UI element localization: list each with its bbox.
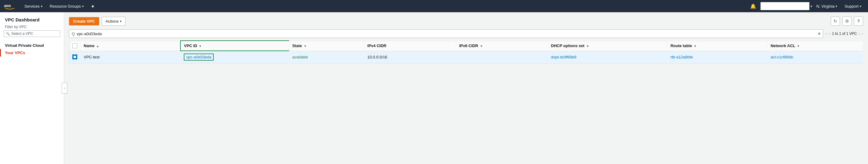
row-ipv6-cidr bbox=[456, 51, 548, 63]
dhcp-sort-icon: ▾ bbox=[587, 44, 588, 48]
dhcp-options-value[interactable]: dopt-dc9f68b9 bbox=[551, 55, 577, 59]
select-vpc-dropdown[interactable]: 🔍 Select a VPC bbox=[4, 30, 60, 37]
your-vpcs-label: Your VPCs bbox=[5, 51, 25, 55]
search-bar: Q × bbox=[69, 29, 823, 38]
ipv4-cidr-value: 10.0.0.0/16 bbox=[367, 55, 387, 59]
row-state: available bbox=[289, 51, 364, 63]
row-name: VPC-test bbox=[81, 51, 181, 63]
state-value: available bbox=[292, 55, 308, 59]
filter-by-vpc-label: Filter by VPC: bbox=[0, 25, 64, 30]
vpc-name-value: VPC-test bbox=[84, 55, 99, 59]
nav-search-input[interactable] bbox=[761, 2, 809, 10]
search-wrapper: Q × bbox=[69, 29, 823, 38]
th-state-label: State bbox=[292, 44, 302, 48]
row-ipv4-cidr: 10.0.0.0/16 bbox=[364, 51, 456, 63]
nav-right-section: 🔔 ▾ N. Virginia ▾ Support ▾ bbox=[747, 2, 864, 10]
settings-button[interactable]: ⚙ bbox=[842, 17, 851, 26]
th-name[interactable]: Name ▴ bbox=[81, 41, 181, 51]
region-caret-icon: ▾ bbox=[836, 5, 837, 8]
table-row[interactable]: VPC-test vpc-a0d33eda available 10.0.0.0… bbox=[69, 51, 863, 63]
help-button[interactable]: ? bbox=[854, 17, 863, 26]
vpc-id-sort-icon: ▾ bbox=[199, 44, 201, 48]
th-ipv4-label: IPv4 CIDR bbox=[367, 44, 386, 48]
row-checkbox[interactable] bbox=[72, 54, 77, 59]
select-vpc-placeholder: Select a VPC bbox=[11, 31, 33, 36]
create-vpc-button[interactable]: Create VPC bbox=[69, 17, 99, 25]
sidebar-section-virtual-private-cloud: Virtual Private Cloud bbox=[0, 41, 64, 49]
th-dhcp-label: DHCP options set bbox=[551, 44, 585, 48]
search-input[interactable] bbox=[76, 31, 816, 36]
ipv6-sort-icon: ▾ bbox=[480, 44, 482, 48]
th-acl-label: Network ACL bbox=[771, 44, 795, 48]
th-name-label: Name bbox=[84, 44, 94, 48]
th-vpc-id-label: VPC ID bbox=[184, 44, 197, 48]
pagination-info: « < 1 to 1 of 1 VPC > » bbox=[826, 31, 863, 36]
table-header-row: Name ▴ VPC ID ▾ State ▾ IPv4 CIDR bbox=[69, 41, 863, 51]
sidebar-collapse-button[interactable]: ‹ bbox=[62, 83, 67, 93]
state-sort-icon: ▾ bbox=[304, 44, 306, 48]
search-magnify-icon: Q bbox=[72, 31, 75, 36]
top-navigation: aws Services ▾ Resource Groups ▾ ★ 🔔 ▾ N… bbox=[0, 0, 868, 12]
star-icon: ★ bbox=[91, 4, 95, 8]
nav-support[interactable]: Support ▾ bbox=[841, 4, 864, 8]
last-page-icon: » bbox=[861, 32, 863, 35]
actions-caret-icon: ▾ bbox=[120, 20, 122, 23]
th-route-table[interactable]: Route table ▾ bbox=[667, 41, 767, 51]
nav-region-label: N. Virginia bbox=[816, 4, 835, 8]
prev-page-icon: < bbox=[829, 32, 831, 35]
nav-resource-groups-label: Resource Groups bbox=[50, 4, 81, 8]
resource-groups-caret-icon: ▾ bbox=[82, 5, 84, 8]
refresh-button[interactable]: ↻ bbox=[831, 17, 840, 26]
gear-icon: ⚙ bbox=[845, 19, 849, 24]
first-page-icon: « bbox=[826, 32, 827, 35]
help-icon: ? bbox=[857, 19, 860, 24]
th-ipv6-label: IPv6 CIDR bbox=[459, 44, 478, 48]
th-ipv6-cidr[interactable]: IPv6 CIDR ▾ bbox=[456, 41, 548, 51]
notification-bell-icon[interactable]: 🔔 bbox=[747, 3, 759, 9]
svg-text:aws: aws bbox=[4, 4, 11, 8]
row-network-acl: acl-c1cf86bb bbox=[767, 51, 863, 63]
sidebar: VPC Dashboard Filter by VPC: 🔍 Select a … bbox=[0, 12, 64, 164]
aws-logo[interactable]: aws bbox=[4, 2, 16, 10]
search-icon: 🔍 bbox=[6, 32, 10, 36]
pagination-label: 1 to 1 of 1 VPC bbox=[832, 31, 857, 36]
vpc-id-value[interactable]: vpc-a0d33eda bbox=[184, 54, 214, 61]
main-content: Create VPC Actions ▾ ↻ ⚙ ? Q bbox=[64, 12, 868, 164]
row-dhcp-options: dopt-dc9f68b9 bbox=[548, 51, 667, 63]
search-clear-button[interactable]: × bbox=[818, 31, 820, 36]
toolbar: Create VPC Actions ▾ ↻ ⚙ ? bbox=[69, 17, 863, 26]
name-sort-icon: ▴ bbox=[97, 44, 98, 48]
th-route-label: Route table bbox=[671, 44, 692, 48]
nav-services[interactable]: Services ▾ bbox=[21, 0, 46, 12]
header-checkbox[interactable] bbox=[72, 44, 77, 48]
th-dhcp-options[interactable]: DHCP options set ▾ bbox=[548, 41, 667, 51]
th-network-acl[interactable]: Network ACL ▾ bbox=[767, 41, 863, 51]
th-ipv4-cidr[interactable]: IPv4 CIDR bbox=[364, 41, 456, 51]
acl-sort-icon: ▾ bbox=[798, 44, 799, 48]
table-body: VPC-test vpc-a0d33eda available 10.0.0.0… bbox=[69, 51, 863, 63]
sidebar-title: VPC Dashboard bbox=[0, 16, 64, 25]
th-vpc-id[interactable]: VPC ID ▾ bbox=[180, 41, 289, 51]
actions-button[interactable]: Actions ▾ bbox=[102, 17, 126, 26]
nav-region[interactable]: N. Virginia ▾ bbox=[813, 4, 840, 8]
nav-support-label: Support bbox=[844, 4, 859, 8]
main-layout: VPC Dashboard Filter by VPC: 🔍 Select a … bbox=[0, 12, 868, 164]
network-acl-value[interactable]: acl-c1cf86bb bbox=[771, 55, 793, 59]
nav-bookmarks[interactable]: ★ bbox=[87, 0, 98, 12]
route-sort-icon: ▾ bbox=[694, 44, 696, 48]
row-route-table: rtb-a12a8fde bbox=[667, 51, 767, 63]
th-checkbox bbox=[69, 41, 81, 51]
table-header: Name ▴ VPC ID ▾ State ▾ IPv4 CIDR bbox=[69, 41, 863, 51]
refresh-icon: ↻ bbox=[834, 19, 837, 24]
route-table-value[interactable]: rtb-a12a8fde bbox=[671, 55, 693, 59]
nav-resource-groups[interactable]: Resource Groups ▾ bbox=[46, 0, 87, 12]
vpc-table: Name ▴ VPC ID ▾ State ▾ IPv4 CIDR bbox=[69, 40, 863, 63]
row-vpc-id: vpc-a0d33eda bbox=[180, 51, 289, 63]
next-page-icon: > bbox=[858, 32, 860, 35]
row-checkbox-cell[interactable] bbox=[69, 51, 81, 63]
create-vpc-label: Create VPC bbox=[73, 19, 95, 24]
sidebar-item-your-vpcs[interactable]: Your VPCs bbox=[0, 49, 64, 57]
nav-search-caret-icon: ▾ bbox=[811, 5, 812, 8]
search-row: Q × « < 1 to 1 of 1 VPC > » bbox=[69, 29, 863, 38]
th-state[interactable]: State ▾ bbox=[289, 41, 364, 51]
